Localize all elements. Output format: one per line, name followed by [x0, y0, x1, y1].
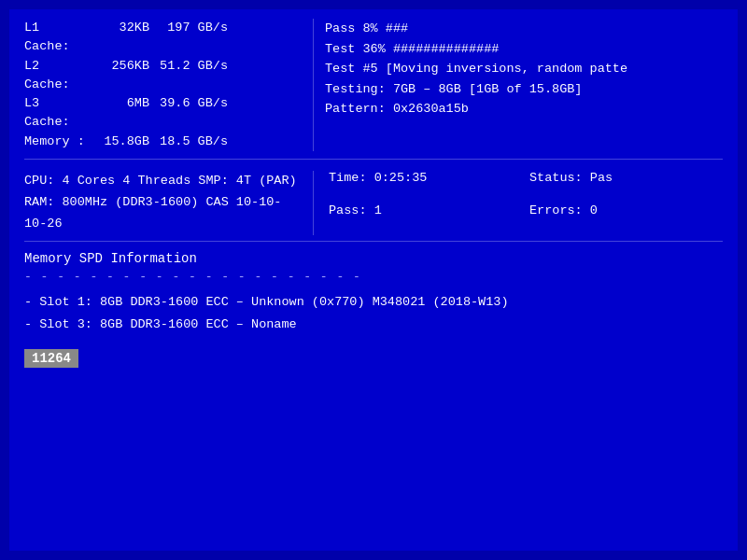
badge-value: 11264 — [24, 349, 78, 368]
spd-divider: - - - - - - - - - - - - - - - - - - - - … — [24, 270, 723, 284]
test-progress: Pass 8% ### Test 36% ############## Test… — [314, 19, 723, 151]
l3-size: 6MB — [95, 94, 149, 133]
table-row: L2 Cache: 256KB 51.2 GB/s — [24, 57, 302, 95]
pass-line: Pass 8% ### — [325, 19, 723, 39]
pattern-line: Pattern: 0x2630a15b — [325, 99, 723, 119]
errors-label: Errors: 0 — [529, 203, 723, 234]
l1-size: 32KB — [95, 19, 149, 57]
l2-speed: 51.2 GB/s — [153, 57, 228, 95]
l2-label: L2 Cache: — [24, 57, 92, 95]
time-label: Time: 0:25:35 — [329, 171, 522, 202]
table-row: L1 Cache: 32KB 197 GB/s — [24, 19, 302, 57]
time-value: 0:25:35 — [374, 171, 428, 185]
ram-line: RAM: 800MHz (DDR3-1600) CAS 10-10-10-26 — [24, 192, 302, 235]
mem-speed: 18.5 GB/s — [153, 133, 228, 151]
spd-title: Memory SPD Information — [24, 251, 723, 266]
pass-label: Pass: 1 — [329, 203, 522, 234]
slot3-info: - Slot 3: 8GB DDR3-1600 ECC – Noname — [24, 314, 723, 336]
errors-value: 0 — [590, 203, 598, 217]
l3-label: L3 Cache: — [24, 94, 92, 133]
spd-section: Memory SPD Information - - - - - - - - -… — [24, 251, 723, 369]
l1-label: L1 Cache: — [24, 19, 92, 57]
table-row: Memory : 15.8GB 18.5 GB/s — [24, 133, 302, 151]
status-label: Status: Pas — [529, 171, 723, 202]
cpu-status-section: CPU: 4 Cores 4 Threads SMP: 4T (PAR) RAM… — [24, 165, 723, 242]
status-info: Time: 0:25:35 Status: Pas Pass: 1 Errors… — [314, 171, 723, 235]
testing-range-line: Testing: 7GB – 8GB [1GB of 15.8GB] — [325, 79, 723, 100]
l1-speed: 197 GB/s — [153, 19, 228, 57]
top-section: L1 Cache: 32KB 197 GB/s L2 Cache: 256KB … — [24, 19, 723, 160]
mem-label: Memory : — [24, 133, 92, 151]
test-num-line: Test #5 [Moving inversions, random patte — [325, 59, 723, 79]
slot1-info: - Slot 1: 8GB DDR3-1600 ECC – Unknown (0… — [24, 291, 723, 314]
test-percent-line: Test 36% ############## — [325, 39, 723, 60]
pass-value: 1 — [374, 203, 382, 217]
cpu-line: CPU: 4 Cores 4 Threads SMP: 4T (PAR) — [24, 171, 302, 192]
table-row: L3 Cache: 6MB 39.6 GB/s — [24, 94, 302, 133]
cpu-ram-info: CPU: 4 Cores 4 Threads SMP: 4T (PAR) RAM… — [24, 171, 314, 235]
mem-size: 15.8GB — [95, 133, 149, 151]
l3-speed: 39.6 GB/s — [153, 94, 228, 133]
screen: L1 Cache: 32KB 197 GB/s L2 Cache: 256KB … — [9, 9, 738, 551]
cache-info: L1 Cache: 32KB 197 GB/s L2 Cache: 256KB … — [24, 19, 314, 151]
l2-size: 256KB — [95, 57, 149, 95]
status-value: Pas — [590, 171, 613, 185]
